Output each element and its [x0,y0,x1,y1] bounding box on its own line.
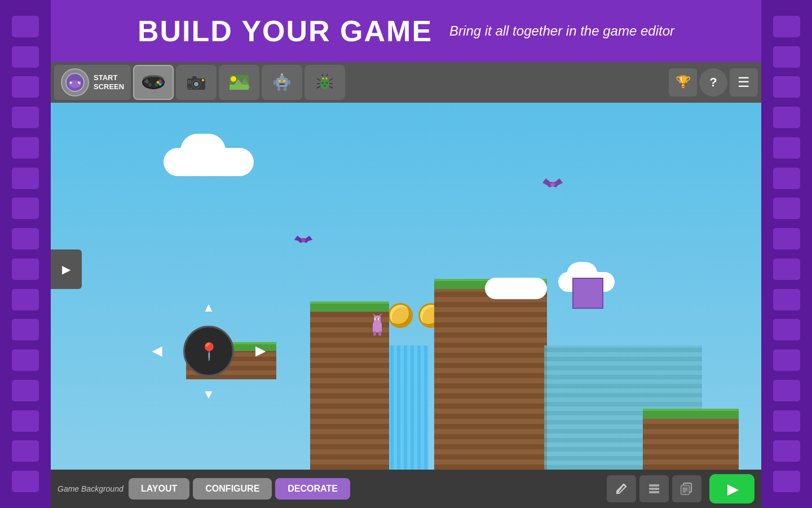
game-editor: START SCREEN [51,62,761,508]
film-hole [12,228,39,249]
tab-camera[interactable] [176,65,217,100]
svg-marker-70 [379,313,382,316]
film-hole [773,76,800,98]
film-hole [773,289,800,310]
svg-rect-38 [273,80,276,85]
pencil-icon [615,482,628,496]
svg-point-14 [159,83,162,86]
tab-landscape[interactable] [219,65,259,100]
svg-rect-67 [373,322,382,332]
svg-rect-76 [378,331,381,336]
svg-point-56 [324,85,326,87]
film-hole [12,319,39,340]
configure-button[interactable]: CONFIGURE [193,478,272,500]
robot-icon [272,72,292,93]
svg-point-74 [379,318,380,319]
svg-point-61 [551,182,552,183]
film-hole [773,16,800,37]
svg-point-30 [231,76,236,82]
film-hole [773,259,800,280]
copy-button[interactable] [672,475,701,502]
svg-rect-5 [70,82,71,84]
svg-point-62 [553,182,554,183]
film-hole [12,410,39,432]
svg-point-16 [148,83,152,86]
character-sprite [369,313,385,336]
toolbar: START SCREEN [51,62,761,103]
svg-rect-40 [277,87,280,91]
svg-point-73 [376,318,377,319]
menu-button[interactable]: ☰ [730,68,758,97]
page-subtitle: Bring it all together in the game editor [449,23,674,39]
trophy-button[interactable]: 🏆 [669,68,697,97]
cloud-3 [485,278,547,299]
nav-center: 📍 [183,326,234,376]
svg-rect-81 [649,484,659,487]
tab-bug[interactable] [304,65,345,100]
svg-point-55 [326,82,328,84]
nav-arrow-down[interactable]: ▼ [202,387,215,402]
film-hole [12,16,39,37]
nav-arrow-right[interactable]: ▶ [255,344,265,358]
svg-line-44 [317,78,320,81]
film-hole [773,168,800,189]
film-hole [12,107,39,128]
svg-rect-39 [288,80,290,85]
film-hole [773,137,800,159]
svg-point-13 [161,81,164,84]
svg-point-37 [281,73,283,76]
bat-sprite-2 [293,233,314,247]
film-hole [12,198,39,219]
landscape-icon [228,73,250,91]
svg-point-60 [550,182,555,186]
film-hole [12,76,39,98]
film-hole [12,168,39,189]
svg-point-12 [159,80,162,82]
panel-expand-button[interactable]: ▶ [51,249,82,289]
svg-rect-23 [188,87,189,89]
bottom-toolbar: Game Background LAYOUT CONFIGURE DECORat… [51,470,761,508]
start-screen-button[interactable]: START SCREEN [54,65,131,100]
svg-marker-69 [372,313,376,316]
layers-icon [647,482,661,496]
map-pin-icon: 📍 [198,341,219,361]
enemy-bat-2 [293,233,314,251]
player-character [369,313,385,340]
svg-rect-33 [279,80,281,82]
svg-rect-11 [146,79,148,84]
svg-rect-34 [283,80,285,82]
pencil-tool-button[interactable] [607,475,636,502]
film-hole [12,259,39,280]
copy-icon [680,482,694,496]
film-hole [12,440,39,462]
play-icon: ▶ [727,480,739,498]
chevron-right-icon: ▶ [62,262,70,276]
film-hole [12,349,39,371]
svg-rect-41 [284,87,286,91]
svg-rect-82 [649,488,659,490]
svg-line-52 [322,74,323,76]
nav-arrow-up[interactable]: ▲ [202,300,215,315]
platform-tall-right [434,279,547,470]
tab-robot[interactable] [262,65,302,100]
film-hole [773,319,800,340]
layout-button[interactable]: LAYOUT [129,478,189,500]
purple-block [572,278,603,309]
navigation-widget[interactable]: ▲ ▼ ◀ ▶ 📍 [152,300,265,402]
help-button[interactable]: ? [699,68,727,97]
film-hole [773,410,800,432]
cloud-1 [164,148,254,176]
coin-3 [388,303,413,328]
svg-line-49 [329,86,333,88]
svg-point-65 [302,238,303,239]
nav-arrow-left[interactable]: ◀ [152,344,162,358]
layers-button[interactable] [639,475,669,502]
tab-gamepad[interactable] [133,65,174,100]
gamepad-icon [141,73,166,91]
svg-point-22 [202,79,204,81]
decorate-button[interactable]: DECORate [275,478,350,500]
play-button[interactable]: ▶ [709,474,754,503]
film-hole [12,289,39,310]
waterfall [383,345,429,470]
svg-point-66 [304,238,305,239]
